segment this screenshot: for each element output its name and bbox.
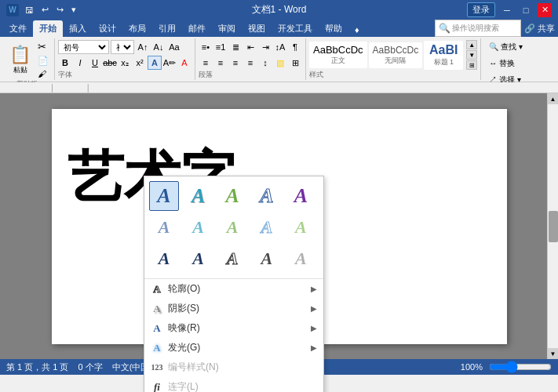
wordart-style-11[interactable]: A <box>149 244 179 274</box>
shading-btn[interactable]: ▧ <box>273 56 287 70</box>
numstyle-label: 编号样式(N) <box>168 361 219 374</box>
underline-button[interactable]: U <box>88 56 102 70</box>
align-right-btn[interactable]: ≡ <box>228 56 243 70</box>
title-bar-right: 登录 ─ □ ✕ <box>467 2 552 17</box>
wordart-style-9[interactable]: A <box>252 212 282 242</box>
border-btn[interactable]: ⊞ <box>288 56 302 70</box>
font-size-select[interactable]: 初号 <box>111 40 134 54</box>
wordart-style-1[interactable]: A <box>149 181 179 211</box>
numbering-button[interactable]: ≡1 <box>213 40 228 54</box>
zoom-slider[interactable] <box>489 361 552 373</box>
scroll-down-btn[interactable]: ▼ <box>548 348 559 359</box>
decrease-indent-btn[interactable]: ⇤ <box>243 40 257 54</box>
quick-redo-btn[interactable]: ↪ <box>55 4 65 16</box>
tab-home[interactable]: 开始 <box>33 20 63 37</box>
share-button[interactable]: 🔗 共享 <box>524 23 555 34</box>
styles-scroll-down[interactable]: ▼ <box>466 50 477 60</box>
editing-group: 🔍 查找 ▾ ↔ 替换 ↗ 选择 ▾ 编辑 <box>481 38 531 80</box>
wordart-style-15[interactable]: A <box>286 244 315 274</box>
scrollbar-vertical[interactable]: ▲ ▼ <box>547 93 558 359</box>
styles-expand[interactable]: ⊞ <box>466 60 477 70</box>
quick-dropdown-btn[interactable]: ▾ <box>70 4 78 16</box>
increase-indent-btn[interactable]: ⇥ <box>258 40 272 54</box>
ligature-label: 连字(L) <box>168 380 199 392</box>
wordart-style-5[interactable]: A <box>286 181 315 211</box>
scroll-up-btn[interactable]: ▲ <box>548 93 559 104</box>
quick-save-btn[interactable]: 🖫 <box>24 5 35 16</box>
editing-buttons: 🔍 查找 ▾ ↔ 替换 ↗ 选择 ▾ <box>486 40 526 87</box>
maximize-button[interactable]: □ <box>519 3 533 17</box>
wordart-style-14[interactable]: A <box>252 244 282 274</box>
wordart-style-2[interactable]: A <box>184 181 213 211</box>
search-box[interactable]: 🔍 操作说明搜索 <box>435 20 521 37</box>
cut-button[interactable]: ✂ <box>37 40 49 53</box>
find-button[interactable]: 🔍 查找 ▾ <box>486 40 526 54</box>
tab-insert[interactable]: 插入 <box>63 20 93 37</box>
replace-button[interactable]: ↔ 替换 <box>486 56 526 71</box>
style-none-preview: AaBbCcDc <box>373 45 419 56</box>
tab-references[interactable]: 引用 <box>152 20 182 37</box>
font-group: 初号 初号 A↑ A↓ Aa B I U abc x₂ x² A A✏ A 字体 <box>55 38 195 80</box>
subscript-button[interactable]: x₂ <box>118 56 132 70</box>
wordart-style-13[interactable]: A <box>217 244 247 274</box>
wordart-style-7[interactable]: A <box>184 212 213 242</box>
show-marks-btn[interactable]: ¶ <box>288 40 302 54</box>
menu-glow[interactable]: A 发光(G) ▶ <box>144 338 323 358</box>
superscript-button[interactable]: x² <box>133 56 147 70</box>
wordart-style-8[interactable]: A <box>217 212 247 242</box>
wordart-style-4[interactable]: A <box>252 181 282 211</box>
format-painter-button[interactable]: 🖌 <box>37 68 49 79</box>
styles-scroll-up[interactable]: ▲ <box>466 40 477 49</box>
tab-view[interactable]: 视图 <box>242 20 272 37</box>
tab-help[interactable]: 帮助 <box>319 20 348 37</box>
minimize-button[interactable]: ─ <box>500 3 514 17</box>
paste-button[interactable]: 📋 粘贴 <box>5 43 35 77</box>
wordart-style-3[interactable]: A <box>217 181 247 211</box>
font-increase-btn[interactable]: A↑ <box>136 40 150 54</box>
bold-button[interactable]: B <box>58 56 72 70</box>
menu-shadow[interactable]: A 阴影(S) ▶ <box>144 299 323 318</box>
tab-review[interactable]: 审阅 <box>212 20 242 37</box>
font-decrease-btn[interactable]: A↓ <box>151 40 166 54</box>
text-highlight-button[interactable]: A✏ <box>162 56 177 70</box>
tab-design[interactable]: 设计 <box>93 20 122 37</box>
bullets-button[interactable]: ≡• <box>199 40 213 54</box>
style-h1-label: 标题 1 <box>428 57 459 67</box>
tab-mail[interactable]: 邮件 <box>182 20 212 37</box>
copy-button[interactable]: 📄 <box>37 55 49 67</box>
align-left-btn[interactable]: ≡ <box>199 56 213 70</box>
change-case-btn[interactable]: Aa <box>167 40 181 54</box>
strikethrough-button[interactable]: abc <box>103 56 117 70</box>
multilevel-button[interactable]: ≣ <box>228 40 243 54</box>
main-area: 艺术字 ▲ ▼ A A A A A A A A A A A A A A <box>0 93 558 359</box>
tab-layout[interactable]: 布局 <box>122 20 152 37</box>
scroll-thumb[interactable] <box>549 211 558 242</box>
font-name-select[interactable]: 初号 <box>58 40 109 54</box>
tab-diamond[interactable]: ♦ <box>348 23 366 37</box>
tab-file[interactable]: 文件 <box>3 20 33 37</box>
style-normal[interactable]: AaBbCcDc 正文 <box>309 42 367 68</box>
close-button[interactable]: ✕ <box>538 3 552 17</box>
menu-numstyle[interactable]: 123 编号样式(N) <box>144 358 323 377</box>
justify-btn[interactable]: ≡ <box>243 56 257 70</box>
align-center-btn[interactable]: ≡ <box>213 56 228 70</box>
menu-ligature[interactable]: fi 连字(L) <box>144 377 323 392</box>
quick-undo-btn[interactable]: ↩ <box>40 4 50 16</box>
style-heading1[interactable]: AaBI 标题 1 <box>424 41 463 70</box>
wordart-style-6[interactable]: A <box>149 212 179 242</box>
title-bar-left: W 🖫 ↩ ↪ ▾ <box>6 4 78 16</box>
search-placeholder: 操作说明搜索 <box>452 23 517 34</box>
wordart-style-10[interactable]: A <box>286 212 315 242</box>
wordart-style-12[interactable]: A <box>184 244 213 274</box>
menu-reflect[interactable]: A 映像(R) ▶ <box>144 318 323 338</box>
italic-button[interactable]: I <box>73 56 87 70</box>
menu-outline[interactable]: A 轮廓(O) ▶ <box>144 279 323 299</box>
ruler: │ │ <box>0 82 558 93</box>
text-effect-button[interactable]: A <box>148 56 162 70</box>
tab-developer[interactable]: 开发工具 <box>272 20 319 37</box>
login-button[interactable]: 登录 <box>467 2 495 17</box>
sort-button[interactable]: ↕A <box>273 40 287 54</box>
font-color-button[interactable]: A <box>177 56 191 70</box>
line-spacing-btn[interactable]: ↕ <box>258 56 272 70</box>
style-none[interactable]: AaBbCcDc 无间隔 <box>369 42 423 68</box>
